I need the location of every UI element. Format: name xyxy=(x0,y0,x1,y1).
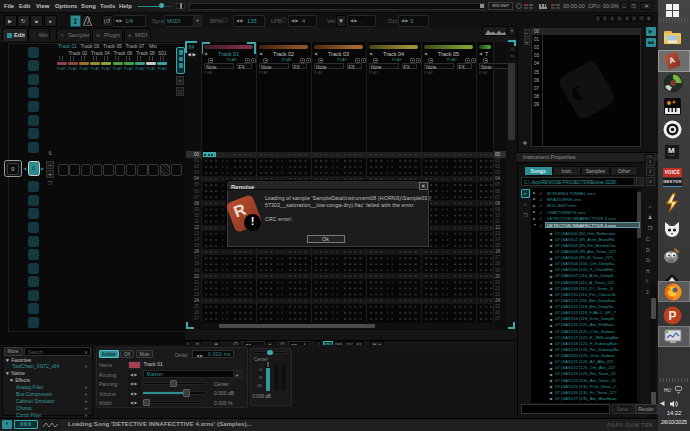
svg-text:P: P xyxy=(668,309,676,323)
